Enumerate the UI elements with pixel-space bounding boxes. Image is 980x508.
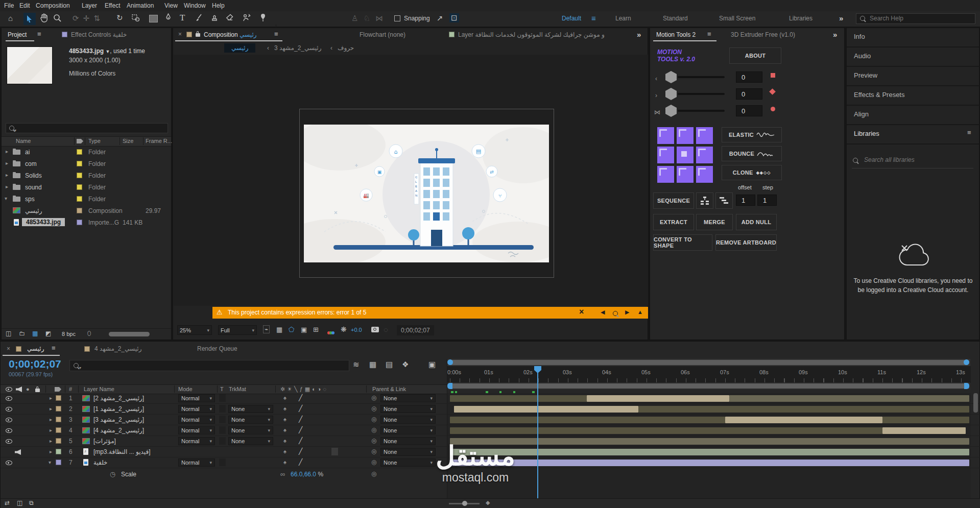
workspace-overflow-icon[interactable]: » bbox=[839, 14, 843, 22]
ease-slider-track[interactable] bbox=[678, 93, 725, 95]
tab-effect-controls[interactable]: Effect Controls خلفية bbox=[71, 31, 127, 38]
timeline-nav-scrollbar[interactable] bbox=[447, 359, 970, 366]
mode-dropdown[interactable]: Normal▾ bbox=[178, 416, 215, 424]
roi-icon[interactable]: ⌁ bbox=[263, 325, 270, 333]
exposure-value[interactable]: +0.0 bbox=[351, 327, 362, 333]
motion-panel-menu-icon[interactable]: ≡ bbox=[707, 30, 711, 38]
switches-column-icons[interactable]: ✲☀╲ƒ▦◐◑◌ bbox=[280, 386, 328, 393]
help-search-input[interactable] bbox=[869, 14, 973, 22]
table-row[interactable]: ▸ com Folder bbox=[2, 158, 171, 170]
menu-view[interactable]: View bbox=[164, 2, 178, 9]
table-row[interactable]: ▸ Solids Folder bbox=[2, 170, 171, 181]
channel-icon[interactable] bbox=[327, 327, 334, 336]
tab-project[interactable]: Project bbox=[8, 31, 27, 38]
layer-name[interactable]: [رئيسي_2_مشهد 3] bbox=[93, 416, 144, 423]
table-row[interactable]: ▾ sps Folder bbox=[2, 193, 171, 205]
expand-transfer-icon[interactable]: ⇄ bbox=[5, 499, 10, 506]
ease-value-input[interactable]: 0 bbox=[736, 88, 762, 100]
table-row[interactable]: ▸ 1 [رئيسي_2_مشهد 2] Normal▾ ♠ ╱ ◎ None▾ bbox=[1, 393, 980, 404]
ease-both-icon[interactable]: ⋈ bbox=[654, 109, 660, 116]
warning-next-icon[interactable]: ▶ bbox=[625, 309, 629, 316]
snapshot-icon[interactable] bbox=[371, 327, 379, 332]
step-input[interactable]: 1 bbox=[757, 195, 777, 206]
exposure-icon[interactable]: ❋ bbox=[341, 325, 347, 333]
t-cell[interactable] bbox=[219, 426, 226, 434]
t-cell[interactable] bbox=[219, 458, 226, 466]
libraries-search-input[interactable] bbox=[863, 156, 972, 164]
project-search-input[interactable] bbox=[19, 124, 164, 131]
color-depth-icon[interactable]: ◩ bbox=[45, 330, 51, 337]
column-layer-name[interactable]: Layer Name bbox=[84, 386, 114, 392]
layer-duration-bar[interactable] bbox=[450, 417, 725, 423]
bit-depth-label[interactable]: 8 bpc bbox=[62, 331, 76, 337]
layer-name[interactable]: [رئيسي_2_مشهد 1] bbox=[93, 405, 144, 413]
shy-icon[interactable]: ♠ bbox=[283, 416, 286, 422]
column-name[interactable]: Name bbox=[16, 138, 31, 144]
warning-expand-icon[interactable]: ▲ bbox=[637, 309, 643, 315]
parent-dropdown[interactable]: None▾ bbox=[380, 416, 436, 424]
ease-slider-knob[interactable] bbox=[665, 105, 677, 117]
layer-name[interactable]: [مؤثرات] bbox=[93, 438, 116, 445]
brush-tool-icon[interactable] bbox=[195, 13, 203, 24]
menu-effect[interactable]: Effect bbox=[105, 2, 120, 9]
quality-icon[interactable]: ╱ bbox=[299, 405, 302, 412]
tab-3d-extruder[interactable]: 3D Extruder Free (v1.0) bbox=[731, 31, 795, 38]
pen-tool-icon[interactable] bbox=[164, 13, 172, 24]
add-null-button[interactable]: ADD NULL bbox=[736, 214, 777, 230]
new-composition-icon[interactable]: ▦ bbox=[32, 330, 38, 337]
layer-duration-bar[interactable] bbox=[450, 395, 587, 402]
work-area-bar[interactable] bbox=[447, 382, 970, 390]
shy-icon[interactable]: ♠ bbox=[283, 427, 286, 433]
timeline-tab-close-icon[interactable]: × bbox=[7, 345, 10, 352]
layer-label-swatch[interactable] bbox=[56, 406, 61, 412]
layer-label-swatch[interactable] bbox=[56, 438, 61, 444]
viewer-canvas-area[interactable]: CLEAN ⌂▣🏭 ▤⇄⑂ bbox=[174, 55, 648, 306]
anchor-point-grid[interactable] bbox=[657, 127, 713, 183]
label-column-icon[interactable] bbox=[55, 387, 61, 392]
timeline-panel-menu-icon[interactable]: ≡ bbox=[52, 344, 56, 352]
column-type[interactable]: Type bbox=[88, 138, 101, 144]
snap-arrow-icon[interactable]: ↗ bbox=[437, 14, 443, 23]
remove-artboard-button[interactable]: REMOVE ARTBOARD bbox=[715, 234, 777, 251]
twirl-icon[interactable]: ▸ bbox=[50, 395, 52, 401]
video-column-icon[interactable] bbox=[6, 387, 12, 392]
breadcrumb-item[interactable]: رئيسي_2_مشهد 3 bbox=[274, 44, 322, 52]
trkmat-dropdown[interactable]: None▾ bbox=[228, 405, 273, 413]
snap-region-icon[interactable]: ⊡ bbox=[449, 13, 459, 22]
panel-tab-effects-presets[interactable]: Effects & Presets bbox=[847, 86, 979, 106]
menu-composition[interactable]: Composition bbox=[36, 2, 70, 9]
keyframe-square-icon[interactable] bbox=[771, 73, 775, 78]
tab-render-queue[interactable]: Render Queue bbox=[197, 345, 237, 352]
parent-dropdown[interactable]: None▾ bbox=[380, 405, 436, 413]
ease-in-icon[interactable]: ‹ bbox=[655, 75, 657, 82]
layer-label-swatch[interactable] bbox=[56, 427, 61, 433]
magnification-dropdown[interactable]: 25%▾ bbox=[177, 325, 212, 335]
sequence-button[interactable]: SEQUENCE bbox=[653, 192, 694, 209]
layer-duration-bar[interactable] bbox=[882, 417, 969, 423]
keyframe-circle-icon[interactable] bbox=[771, 107, 775, 111]
shy-icon[interactable]: ♠ bbox=[283, 448, 286, 454]
mode-dropdown[interactable]: Normal▾ bbox=[178, 405, 215, 413]
workspace-small-screen[interactable]: Small Screen bbox=[719, 15, 755, 22]
quality-icon[interactable]: ╱ bbox=[299, 394, 302, 401]
zoom-slider[interactable] bbox=[449, 503, 480, 504]
keyframe-diamond-icon[interactable] bbox=[769, 88, 776, 95]
table-row[interactable]: ▸ 3 [رئيسي_2_مشهد 3] Normal▾ None▾ ♠ ╱ ◎… bbox=[1, 415, 980, 425]
elastic-button[interactable]: ELASTIC bbox=[722, 127, 782, 142]
roto-brush-tool-icon[interactable] bbox=[242, 13, 251, 24]
tab-timeline-second[interactable]: رئيسي_2_مشهد 4 bbox=[94, 345, 142, 352]
quality-icon[interactable]: ╱ bbox=[299, 437, 302, 444]
transparency-grid-icon[interactable]: ▦ bbox=[276, 326, 282, 333]
scale-value[interactable]: 66.0,66.0 % bbox=[291, 471, 323, 478]
quality-icon[interactable]: ╱ bbox=[299, 448, 302, 455]
ease-slider-track[interactable] bbox=[678, 76, 725, 78]
parent-pickwhip-icon[interactable]: ◎ bbox=[371, 426, 376, 433]
lock-column-icon[interactable] bbox=[35, 389, 40, 392]
twirl-icon[interactable]: ▸ bbox=[50, 427, 52, 433]
shy-icon[interactable]: ♠ bbox=[283, 459, 286, 465]
shy-icon[interactable]: ♠ bbox=[283, 405, 286, 412]
parent-dropdown[interactable]: None▾ bbox=[380, 394, 436, 402]
layer-duration-bar[interactable] bbox=[450, 427, 882, 434]
quality-icon[interactable]: ╱ bbox=[299, 426, 302, 433]
label-column-icon[interactable] bbox=[77, 139, 83, 143]
